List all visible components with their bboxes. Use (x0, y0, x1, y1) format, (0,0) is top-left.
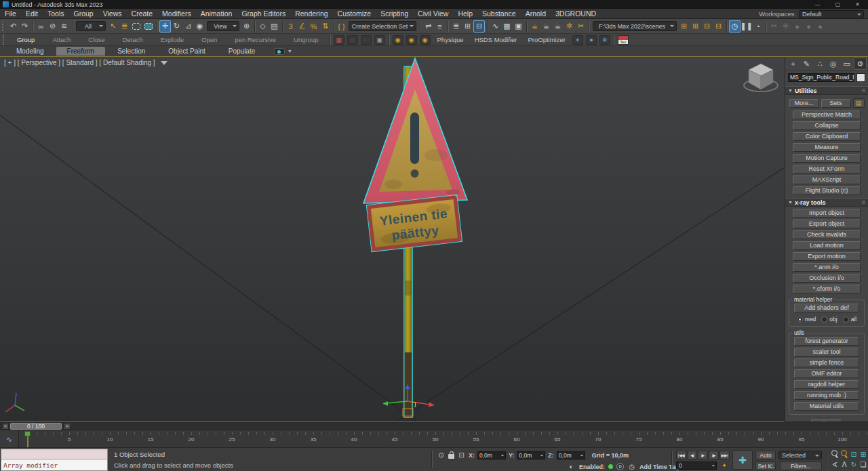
utils-button[interactable]: simple fence (794, 359, 859, 367)
zoom-all-icon[interactable] (840, 449, 849, 459)
select-and-link-icon[interactable]: ∞ (35, 20, 47, 33)
ribbon-display-icon[interactable] (274, 48, 285, 55)
more-button[interactable]: More... (789, 99, 819, 108)
current-frame-field[interactable]: 0 (676, 462, 717, 470)
play-button[interactable]: ▶ (698, 451, 708, 459)
window-crossing-icon[interactable] (144, 23, 153, 30)
script-status-icon[interactable]: ◐ (567, 462, 576, 471)
tab-object-paint[interactable]: Object Paint (157, 47, 216, 56)
select-and-manipulate-icon[interactable]: ◇ (257, 20, 269, 33)
select-and-move-icon[interactable]: ✛ (159, 20, 171, 33)
tool-window-user-icon[interactable]: ⊟ (713, 20, 724, 33)
percent-snap-icon[interactable]: % (308, 20, 319, 33)
tool-window-gear-icon[interactable]: ⊞ (678, 20, 690, 33)
viewport-filter-icon[interactable] (161, 61, 167, 65)
bind-to-spacewarp-icon[interactable]: ≋ (58, 20, 70, 33)
viewport-label[interactable]: [ + ] [ Perspective ] [ Standard ] [ Def… (4, 59, 167, 66)
xray-button[interactable]: Export motion (793, 252, 861, 261)
assembly-grid-icon[interactable]: ▦ (334, 35, 344, 45)
scene-explorer-icon[interactable]: ≣ (450, 20, 462, 33)
star-tool-icon[interactable]: ✶ (572, 35, 583, 45)
time-slider-thumb[interactable]: 0 / 100 (10, 423, 62, 430)
utility-button[interactable]: Measure (793, 143, 861, 152)
select-and-rotate-icon[interactable]: ↻ (171, 20, 182, 33)
maxscript-mini-listener[interactable]: Array modifier (1, 449, 108, 471)
zoom-extents-all-icon[interactable]: ⊞ (859, 449, 868, 459)
group-menu-button[interactable]: Group (8, 36, 43, 43)
prev-frame-button[interactable]: ◀| (687, 451, 697, 459)
menu-item[interactable]: File (0, 9, 21, 18)
object-name-field[interactable]: MS_Sign_Public_Road_Ends (788, 73, 854, 82)
assembly-cam-icon[interactable]: ▣ (374, 35, 385, 45)
dim-dot-1-icon[interactable]: ● (791, 20, 803, 33)
assembly-head-icon[interactable]: ⌂ (347, 35, 358, 45)
ribbon-toggle-icon[interactable]: ⊟ (473, 20, 485, 33)
menu-item[interactable]: Rendering (290, 9, 332, 18)
minimize-button[interactable]: — (815, 1, 821, 7)
utils-button[interactable]: Material utils (794, 402, 859, 411)
xray-button[interactable]: Import object (793, 209, 861, 218)
xray-button[interactable]: *.anm i/o (793, 263, 861, 272)
utility-button[interactable]: Flight Studio (c) (793, 186, 861, 195)
motion-tab-icon[interactable]: ◎ (827, 58, 840, 70)
utils-button[interactable]: scaler tool (794, 348, 859, 356)
ribbon-config-caret-icon[interactable]: ▾ (288, 48, 291, 54)
frame-marker[interactable] (24, 431, 31, 436)
close-button[interactable]: ✕ (855, 1, 860, 7)
snips-icon[interactable]: ✂ (575, 20, 587, 33)
cat-rig-icon[interactable]: ◉ (406, 35, 417, 45)
open-recursive-button[interactable]: pen Recursive (226, 36, 285, 43)
layer-explorer-icon[interactable]: ⊞ (462, 20, 473, 33)
menu-item[interactable]: Scripting (376, 9, 413, 18)
utility-button[interactable]: Reset XForm (793, 165, 861, 173)
z-coordinate-field[interactable]: 0,0m (557, 451, 585, 459)
maximize-button[interactable]: ▢ (835, 1, 841, 7)
menu-item[interactable]: Help (453, 9, 477, 18)
utils-button[interactable]: ragdoll helper (794, 380, 859, 389)
xray-tools-rollout-header[interactable]: ▼ x-ray tools (785, 198, 868, 207)
create-tab-icon[interactable]: + (787, 58, 800, 70)
align-icon[interactable]: ≡ (434, 20, 446, 33)
keyboard-override-icon[interactable]: ▤ (269, 20, 280, 33)
create-selection-set-dropdown[interactable]: Create Selection Set (349, 21, 416, 31)
absolute-mode-icon[interactable]: ⊡ (457, 451, 466, 459)
perspective-viewport[interactable]: Yleinen tie päättyy (0, 57, 785, 422)
tool-window-link-icon[interactable]: ⊟ (701, 20, 713, 33)
object-color-swatch[interactable] (856, 73, 865, 82)
dim-dot-2-icon[interactable]: ● (803, 20, 814, 33)
mini-curve-editor-icon[interactable]: ∿ (0, 430, 19, 448)
listener-pane[interactable]: Array modifier (1, 459, 107, 470)
fov-icon[interactable]: ∢ (830, 459, 840, 470)
menu-item[interactable]: Substance (477, 9, 521, 18)
undo-icon[interactable]: ↶ (7, 20, 19, 33)
add-time-tag[interactable]: Add Time Tag (639, 464, 679, 470)
walk-icon[interactable]: Λ (840, 459, 849, 470)
xray-button[interactable]: Check invalids (793, 230, 861, 239)
autosave-icon[interactable]: ◷ (729, 20, 741, 33)
radio-med[interactable]: med (797, 316, 816, 323)
display-tab-icon[interactable]: ▭ (840, 58, 853, 70)
menu-item[interactable]: Create (127, 9, 158, 18)
tab-modeling[interactable]: Modeling (5, 47, 55, 56)
key-filters-icon[interactable]: ∴ (768, 462, 777, 470)
cat-anim-icon[interactable]: ◉ (420, 35, 431, 45)
xray-button[interactable]: *.cform i/o (793, 285, 861, 293)
select-and-place-icon[interactable]: ◉ (194, 20, 205, 33)
spinner-snap-icon[interactable]: ⇅ (319, 20, 331, 33)
scene-dialog-icon[interactable]: ▣ (513, 20, 524, 33)
go-start-button[interactable]: |◀◀ (676, 451, 686, 459)
explode-button[interactable]: Explode (152, 36, 193, 43)
utils-button[interactable]: OMF editor (794, 369, 859, 378)
tex-tools-icon[interactable]: Tex (618, 35, 629, 45)
hierarchy-tab-icon[interactable]: ∴ (814, 58, 827, 70)
close-group-button[interactable]: Close (79, 36, 113, 43)
filters-button[interactable]: Filters... (780, 462, 822, 470)
selection-lock-icon[interactable] (448, 454, 454, 459)
utils-button[interactable]: running mob :) (794, 391, 859, 400)
notification-badge[interactable]: 0 (616, 463, 624, 470)
snap-3d-icon[interactable]: 3 (285, 20, 296, 33)
menu-item[interactable]: Modifiers (157, 9, 196, 18)
angle-snap-icon[interactable]: ∠ (296, 20, 308, 33)
workspace-dropdown[interactable]: Default (799, 10, 864, 18)
sphere-tool-icon[interactable]: ● (586, 35, 597, 45)
